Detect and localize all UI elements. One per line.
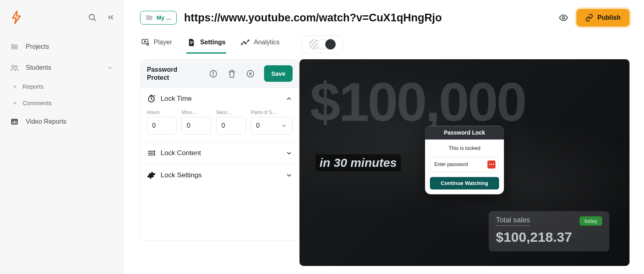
- app-logo: [10, 10, 23, 24]
- section-header-lock-time[interactable]: Lock Time: [140, 88, 299, 110]
- breadcrumb-label: My …: [157, 15, 171, 21]
- svg-rect-7: [16, 121, 17, 124]
- nav-label: Video Reports: [26, 118, 66, 125]
- seconds-input[interactable]: [216, 117, 246, 135]
- analytics-icon: [241, 38, 250, 47]
- field-label: Seco…: [216, 110, 246, 115]
- svg-point-15: [242, 44, 243, 45]
- nav-label: Projects: [26, 43, 49, 50]
- sidebar-item-video-reports[interactable]: Video Reports: [5, 111, 118, 132]
- lock-dialog-message: This is locked: [430, 145, 499, 151]
- field-label: Hours: [147, 110, 177, 115]
- svg-point-18: [248, 40, 249, 41]
- save-button[interactable]: Save: [264, 65, 293, 82]
- content-row: Password Protect Save: [123, 54, 644, 274]
- password-placeholder: Enter password: [434, 162, 468, 167]
- sidebar-item-students[interactable]: Students: [5, 57, 118, 78]
- close-circle-icon[interactable]: [246, 69, 255, 79]
- info-icon[interactable]: [208, 69, 218, 79]
- breadcrumb-chip[interactable]: My …: [140, 11, 177, 25]
- document-icon: [187, 38, 196, 47]
- field-minutes: Minu…: [182, 110, 211, 135]
- svg-point-33: [154, 151, 155, 152]
- parts-select[interactable]: 0: [251, 117, 293, 135]
- player-icon: [141, 38, 150, 47]
- publish-button[interactable]: Publish: [576, 9, 630, 27]
- sales-amount: $100,218.37: [496, 229, 602, 245]
- tab-label: Analytics: [254, 39, 279, 46]
- theme-swatches[interactable]: [301, 35, 343, 53]
- svg-point-2: [12, 65, 14, 68]
- clock-icon: [147, 94, 156, 103]
- folder-icon: [145, 14, 153, 22]
- tab-player[interactable]: Player: [140, 35, 173, 54]
- svg-rect-13: [190, 42, 193, 43]
- nav-label: Students: [26, 64, 51, 71]
- gear-icon: [147, 171, 156, 180]
- preview-eye-icon[interactable]: [559, 13, 568, 23]
- field-label: Minu…: [182, 110, 211, 115]
- tab-label: Player: [154, 39, 172, 46]
- publish-label: Publish: [597, 14, 621, 21]
- sales-label: Total sales: [496, 216, 530, 226]
- list-icon: [147, 149, 156, 158]
- continue-watching-button[interactable]: Continue Watching: [430, 177, 499, 189]
- svg-rect-6: [14, 120, 15, 123]
- section-title: Lock Settings: [161, 171, 202, 179]
- nav-list: Projects Students Reports Comments: [0, 36, 123, 132]
- svg-point-3: [15, 66, 17, 68]
- topbar: My … https://www.youtube.com/watch?v=CuX…: [123, 0, 644, 30]
- sidebar-item-projects[interactable]: Projects: [5, 36, 118, 57]
- section-title: Lock Content: [161, 149, 201, 157]
- svg-line-29: [154, 95, 155, 96]
- dot-icon: [14, 102, 16, 104]
- svg-point-21: [213, 72, 214, 73]
- svg-point-17: [245, 43, 246, 44]
- section-header-lock-content[interactable]: Lock Content: [140, 142, 299, 164]
- tab-label: Settings: [200, 39, 225, 46]
- svg-line-27: [151, 99, 153, 100]
- sidebar-item-comments[interactable]: Comments: [5, 95, 118, 111]
- tab-settings[interactable]: Settings: [186, 35, 226, 54]
- sidebar-item-reports[interactable]: Reports: [5, 78, 118, 95]
- main: My … https://www.youtube.com/watch?v=CuX…: [123, 0, 644, 274]
- sidebar: Projects Students Reports Comments: [0, 0, 123, 274]
- bar-chart-icon: [10, 117, 19, 127]
- svg-point-34: [154, 153, 155, 154]
- field-label: Parts of S…: [251, 110, 293, 115]
- section-title: Lock Time: [161, 95, 192, 103]
- topbar-actions: Publish: [559, 9, 630, 27]
- svg-rect-5: [12, 122, 13, 124]
- collapse-sidebar-icon[interactable]: [106, 12, 116, 22]
- svg-rect-12: [190, 41, 193, 42]
- trash-icon[interactable]: [227, 69, 237, 79]
- link-icon: [585, 14, 593, 22]
- hours-input[interactable]: [147, 117, 177, 135]
- password-input[interactable]: Enter password: [430, 157, 499, 172]
- svg-rect-14: [190, 44, 192, 44]
- settings-panel: Password Protect Save: [140, 59, 299, 241]
- nav-label: Comments: [23, 100, 52, 106]
- section-header-lock-settings[interactable]: Lock Settings: [140, 164, 299, 186]
- svg-line-1: [94, 19, 95, 21]
- chevron-up-icon: [285, 95, 293, 102]
- svg-point-11: [147, 44, 149, 46]
- chevron-down-icon: [285, 149, 293, 157]
- search-icon[interactable]: [87, 12, 97, 22]
- tab-analytics[interactable]: Analytics: [240, 35, 280, 54]
- people-icon: [10, 63, 19, 73]
- dot-icon: [14, 85, 16, 88]
- folder-icon: [10, 42, 19, 52]
- field-parts: Parts of S… 0: [251, 110, 293, 135]
- section-lock-time: Lock Time Hours Minu… Seco…: [140, 88, 299, 142]
- preview-subline: in 30 minutes: [316, 154, 401, 171]
- lock-dialog-heading: Password Lock: [425, 126, 504, 139]
- page-title: https://www.youtube.com/watch?v=CuX1qHng…: [184, 12, 551, 24]
- password-lock-dialog: Password Lock This is locked Enter passw…: [425, 126, 504, 194]
- sales-badge: today: [580, 216, 602, 226]
- swatch-dark[interactable]: [325, 39, 336, 50]
- parts-value: 0: [256, 122, 260, 129]
- minutes-input[interactable]: [182, 117, 211, 135]
- panel-title: Password Protect: [147, 66, 191, 81]
- svg-point-16: [244, 42, 245, 43]
